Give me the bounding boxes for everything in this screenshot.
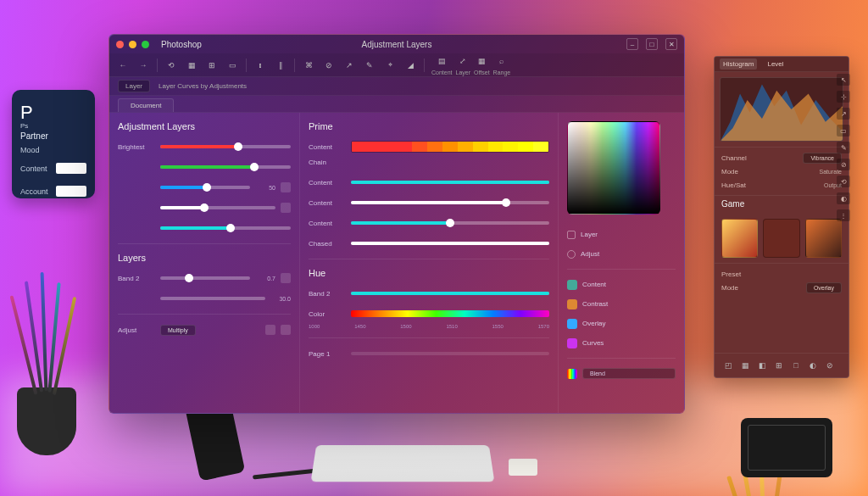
tool-icon[interactable]: ◢ <box>403 59 417 72</box>
win-max[interactable]: □ <box>646 38 658 50</box>
tool-icon[interactable]: ▦ <box>185 59 198 72</box>
adjust-row: Adjust Multiply <box>118 323 291 337</box>
tab-document[interactable]: Document <box>118 98 174 112</box>
dock-row-huesat[interactable]: Hue/SatOutput <box>721 178 842 192</box>
tool-icon[interactable]: ⊘ <box>322 59 336 72</box>
dock-tab-histogram[interactable]: Histogram <box>720 59 757 70</box>
check-layer[interactable]: Layer <box>567 228 676 241</box>
legend-curves[interactable]: Curves <box>567 337 676 349</box>
dock-footer-icon[interactable]: ◧ <box>755 359 769 372</box>
tool-icon[interactable]: ▤ <box>435 54 448 68</box>
dock-section-title: Game <box>721 199 842 209</box>
tablet <box>741 418 832 477</box>
panel-color: Layer Adjust Content Contrast Overlay Cu… <box>559 113 684 413</box>
tool-icon[interactable]: ▦ <box>475 54 488 68</box>
dock-side-icon[interactable]: ✎ <box>837 142 850 153</box>
dock-side-icon[interactable]: ↖ <box>837 74 850 86</box>
nav-fwd-icon[interactable]: → <box>136 59 150 72</box>
slider-chased[interactable]: Chased <box>309 237 549 250</box>
swatch[interactable] <box>721 219 758 258</box>
slider-white[interactable] <box>118 201 291 215</box>
panel-title-layers: Layers <box>118 253 291 263</box>
color-picker[interactable] <box>567 121 660 215</box>
tool-icon[interactable]: ⌘ <box>302 59 315 72</box>
tool-icon[interactable]: ⟲ <box>164 59 178 72</box>
chip-icon[interactable] <box>281 325 291 335</box>
tool-icon[interactable]: ↗ <box>342 59 356 72</box>
partner-widget: P Ps Partner Mood Content Account <box>12 90 95 198</box>
dock-side-icon[interactable]: ⋮ <box>837 209 850 221</box>
panel-title: Adjustment Layers <box>118 121 291 131</box>
dock-footer-icon[interactable]: ◰ <box>721 359 735 372</box>
tool-icon[interactable]: ✎ <box>363 59 376 72</box>
tool-icon[interactable]: ⫾ <box>253 59 267 72</box>
widget-field-2[interactable] <box>56 186 86 197</box>
dock-side-icon[interactable]: ◐ <box>837 192 850 204</box>
slider-icon[interactable] <box>281 182 291 192</box>
slider-icon[interactable] <box>281 203 291 213</box>
brand-name: Partner <box>20 131 86 141</box>
check-adjust[interactable]: Adjust <box>567 248 676 260</box>
dock-row-mode2[interactable]: ModeOverlay <box>721 281 842 294</box>
widget-field-1[interactable] <box>56 163 86 174</box>
widget-row-mood: Mood <box>20 146 40 154</box>
chip-icon[interactable] <box>265 325 275 335</box>
dock-side-icon[interactable]: ⟲ <box>837 176 850 187</box>
win-min[interactable]: – <box>626 38 638 50</box>
dock-side-icon[interactable]: ⊹ <box>837 91 850 103</box>
dock-tab-level[interactable]: Level <box>764 59 787 70</box>
swatch[interactable] <box>805 219 842 258</box>
dock-side-icon[interactable]: ▭ <box>837 125 850 137</box>
toolbar: ← → ⟲ ▦ ⊞ ▭ ⫾ ∥ ⌘ ⊘ ↗ ✎ ⌖ ◢ ▤Content ⤢La… <box>109 53 684 77</box>
slider-green[interactable] <box>118 160 291 174</box>
dock-footer-icon[interactable]: ◐ <box>806 359 820 372</box>
slider-band2[interactable]: Band 2 <box>309 287 549 300</box>
traffic-min[interactable] <box>129 41 136 48</box>
win-close[interactable]: ✕ <box>665 38 677 50</box>
slider-row[interactable]: 30.0 <box>118 292 291 305</box>
tool-icon[interactable]: ⌖ <box>383 59 397 72</box>
tool-icon[interactable]: ▭ <box>225 59 239 72</box>
window-title: Adjustment Layers <box>362 40 432 49</box>
dock-row-preset[interactable]: Preset <box>721 267 842 281</box>
tool-icon[interactable]: ∥ <box>274 59 287 72</box>
tool-icon[interactable]: ⤢ <box>456 54 470 68</box>
slider-cyan[interactable] <box>118 221 291 235</box>
dock-row-channel[interactable]: ChannelVibrance <box>721 151 842 164</box>
dock-footer-icon[interactable]: ⊞ <box>772 359 786 372</box>
traffic-close[interactable] <box>116 41 124 48</box>
curve-icon[interactable] <box>281 273 291 283</box>
traffic-max[interactable] <box>142 41 149 48</box>
titlebar: Photoshop Adjustment Layers – □ ✕ <box>109 35 684 53</box>
dock-side-icon[interactable]: ⊘ <box>837 159 850 170</box>
legend-overlay[interactable]: Overlay <box>567 317 676 330</box>
slider-brightest[interactable]: Brightest <box>118 140 291 153</box>
sub-chip-layer[interactable]: Layer <box>118 80 150 92</box>
app-name: Photoshop <box>161 40 202 49</box>
slider-content2[interactable]: Content <box>309 196 549 209</box>
slider-blue[interactable]: 50 <box>118 181 291 194</box>
slider-band[interactable]: Band 2 0.7 <box>118 271 291 285</box>
swatch[interactable] <box>763 219 799 258</box>
dock-side-icon[interactable]: ↗ <box>837 108 850 120</box>
dock-footer-icon[interactable]: ▦ <box>738 359 752 372</box>
slider-hue[interactable]: Color <box>309 307 549 320</box>
slider-content3[interactable]: Content <box>309 216 549 230</box>
dock-tabs: Histogram Level <box>715 57 849 72</box>
tool-icon[interactable]: ⊞ <box>205 59 219 72</box>
dock-row-mode[interactable]: ModeSaturate <box>721 164 842 178</box>
workspace: Adjustment Layers Brightest 50 <box>109 113 684 413</box>
slider-content1[interactable]: Content <box>309 176 549 189</box>
panel-prime: Prime Content Chain Content Content Cont… <box>300 113 559 413</box>
panel-title: Prime <box>309 121 549 131</box>
nav-back-icon[interactable]: ← <box>116 59 130 72</box>
dock-footer-icon[interactable]: □ <box>789 359 803 372</box>
blend-field[interactable]: Blend <box>567 367 676 380</box>
blend-dropdown[interactable]: Multiply <box>160 325 196 336</box>
dock-side-toolbar: ↖ ⊹ ↗ ▭ ✎ ⊘ ⟲ ◐ ⋮ <box>837 74 850 221</box>
dock-footer-icon[interactable]: ⊘ <box>823 359 837 372</box>
legend-content[interactable]: Content <box>567 278 676 291</box>
tool-icon[interactable]: ⌕ <box>495 54 509 68</box>
legend-contrast[interactable]: Contrast <box>567 298 676 310</box>
eraser <box>509 459 537 476</box>
